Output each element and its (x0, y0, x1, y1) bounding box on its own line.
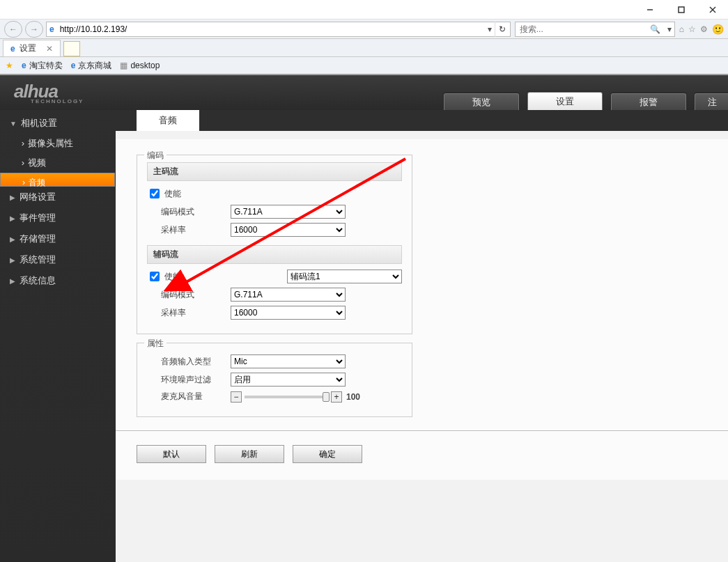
dropdown-icon[interactable]: ▾ (485, 24, 495, 34)
browser-tab-strip: e 设置 ✕ (0, 39, 728, 57)
sidebar-group-network[interactable]: ▶网络设置 (0, 187, 116, 208)
volume-increase-button[interactable]: + (331, 391, 342, 403)
bookmark-item[interactable]: e淘宝特卖 (22, 60, 63, 72)
select-noise-filter[interactable]: 启用 (231, 373, 346, 387)
label-encode-mode: 编码模式 (147, 289, 231, 301)
url-input[interactable] (57, 24, 485, 34)
divider (116, 430, 728, 431)
subheader-main-stream: 主码流 (147, 162, 402, 181)
label-sample-rate: 采样率 (147, 307, 231, 319)
select-audio-input-type[interactable]: Mic (231, 354, 346, 368)
select-sub-sample-rate[interactable]: 16000 (231, 306, 346, 320)
brand-logo: alhua TECHNOLOGY (0, 81, 84, 104)
checkbox-main-enable[interactable] (150, 189, 160, 198)
mic-volume-value: 100 (346, 392, 360, 402)
section-tab-bar: 音频 (116, 110, 728, 131)
subheader-sub-stream: 辅码流 (147, 245, 402, 264)
label-sample-rate: 采样率 (147, 224, 231, 236)
label-encode-mode: 编码模式 (147, 206, 231, 218)
sidebar-item-video[interactable]: ›视频 (0, 153, 116, 173)
slider-thumb[interactable] (323, 392, 330, 402)
tab-close-button[interactable]: ✕ (46, 44, 53, 54)
default-button[interactable]: 默认 (137, 445, 206, 463)
browser-back-button[interactable]: ← (4, 21, 22, 38)
bookmarks-star-icon[interactable]: ★ (6, 61, 13, 70)
legend-attributes: 属性 (144, 338, 166, 350)
svg-line-3 (710, 7, 715, 13)
chevron-right-icon: ▶ (10, 214, 15, 222)
app-header: alhua TECHNOLOGY 预览 设置 报警 注 (0, 75, 728, 110)
browser-search-box[interactable]: 🔍 ▾ (515, 22, 675, 37)
refresh-button[interactable]: ↻ (495, 22, 510, 37)
select-substream[interactable]: 辅码流1 (287, 270, 402, 283)
svg-rect-1 (679, 7, 684, 13)
sidebar-group-event[interactable]: ▶事件管理 (0, 208, 116, 228)
sidebar-group-info[interactable]: ▶系统信息 (0, 270, 116, 291)
home-icon[interactable]: ⌂ (679, 24, 684, 34)
chevron-right-icon: ▶ (10, 194, 15, 201)
select-main-encode-mode[interactable]: G.711A (231, 205, 346, 219)
bookmarks-bar: ★ e淘宝特卖 e京东商城 ▦desktop (0, 57, 728, 75)
window-maximize-button[interactable] (665, 0, 697, 19)
nav-tab-logout[interactable]: 注 (695, 93, 728, 110)
chevron-down-icon: ▼ (10, 120, 17, 127)
section-tab-audio[interactable]: 音频 (137, 110, 199, 131)
search-input[interactable] (516, 24, 646, 34)
tools-icon[interactable]: ⚙ (700, 24, 708, 34)
legend-encoding: 编码 (144, 150, 166, 162)
fieldset-encoding: 编码 主码流 使能 编码模式 G.711A 采样率 16000 辅码流 (137, 155, 412, 334)
label-enable: 使能 (162, 271, 245, 283)
refresh-button[interactable]: 刷新 (215, 445, 284, 463)
browser-toolbar: ← → e ▾ ↻ 🔍 ▾ ⌂ ☆ ⚙ 🙂 (0, 19, 728, 39)
ie-icon: e (10, 44, 15, 54)
sidebar-group-storage[interactable]: ▶存储管理 (0, 228, 116, 249)
chevron-right-icon: ▶ (10, 235, 15, 243)
bookmark-item[interactable]: ▦desktop (120, 61, 160, 70)
sidebar-group-camera[interactable]: ▼相机设置 (0, 113, 116, 134)
fieldset-attributes: 属性 音频输入类型 Mic 环境噪声过滤 启用 麦克风音量 − (137, 343, 412, 417)
search-dropdown-icon[interactable]: ▾ (665, 24, 674, 34)
select-sub-encode-mode[interactable]: G.711A (231, 288, 346, 302)
browser-tab[interactable]: e 设置 ✕ (3, 40, 61, 56)
address-bar[interactable]: e ▾ ↻ (46, 22, 511, 37)
window-titlebar (0, 0, 728, 19)
chevron-right-icon: ▶ (10, 256, 15, 264)
ie-icon: e (47, 24, 57, 34)
sidebar-group-system[interactable]: ▶系统管理 (0, 249, 116, 270)
ok-button[interactable]: 确定 (293, 445, 362, 463)
sidebar: ▼相机设置 ›摄像头属性 ›视频 ›音频 ▶网络设置 ▶事件管理 ▶存储管理 ▶… (0, 110, 116, 562)
bookmark-item[interactable]: e京东商城 (71, 60, 112, 72)
label-noise-filter: 环境噪声过滤 (147, 374, 231, 386)
favorites-icon[interactable]: ☆ (688, 24, 696, 34)
search-icon[interactable]: 🔍 (646, 24, 665, 34)
content-area: 音频 编码 主码流 使能 编码模式 G.711A 采样率 (116, 110, 728, 562)
tab-title: 设置 (20, 42, 36, 54)
sidebar-item-audio[interactable]: ›音频 (0, 173, 115, 187)
window-minimize-button[interactable] (634, 0, 665, 19)
nav-tab-settings[interactable]: 设置 (527, 92, 603, 110)
checkbox-sub-enable[interactable] (150, 272, 160, 281)
slider-track[interactable] (245, 396, 328, 398)
new-tab-button[interactable] (63, 41, 80, 56)
select-main-sample-rate[interactable]: 16000 (231, 223, 346, 237)
chevron-right-icon: ▶ (10, 277, 15, 285)
label-enable: 使能 (162, 188, 245, 200)
emoji-icon[interactable]: 🙂 (712, 24, 724, 35)
nav-tab-preview[interactable]: 预览 (444, 93, 519, 110)
svg-line-2 (710, 7, 715, 13)
browser-forward-button[interactable]: → (25, 21, 43, 38)
label-audio-input-type: 音频输入类型 (147, 356, 231, 368)
slider-mic-volume[interactable]: − + 100 (231, 391, 360, 403)
nav-tab-alarm[interactable]: 报警 (611, 93, 686, 110)
window-close-button[interactable] (697, 0, 728, 19)
volume-decrease-button[interactable]: − (231, 391, 242, 403)
sidebar-item-camera-properties[interactable]: ›摄像头属性 (0, 134, 116, 153)
label-mic-volume: 麦克风音量 (147, 391, 231, 403)
